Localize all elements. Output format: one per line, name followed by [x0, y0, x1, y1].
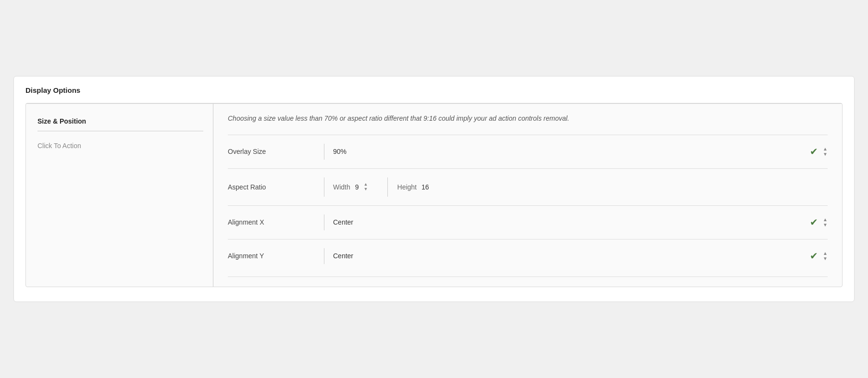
- bottom-divider: [228, 277, 828, 277]
- alignment-y-divider: [324, 248, 324, 264]
- card: Size & Position Click To Action Choosing…: [25, 103, 843, 287]
- aspect-width-group: Width 9 ▲ ▼: [333, 182, 378, 192]
- aspect-ratio-fields: Width 9 ▲ ▼ Height 16: [333, 177, 828, 197]
- aspect-height-value: 16: [422, 183, 429, 191]
- overlay-size-check-icon[interactable]: ✔: [810, 146, 818, 157]
- alignment-x-check-icon[interactable]: ✔: [810, 216, 818, 228]
- sidebar-section-title: Size & Position: [37, 117, 203, 131]
- warning-text: Choosing a size value less than 70% or a…: [228, 113, 660, 124]
- display-options-panel: Display Options Size & Position Click To…: [13, 76, 855, 302]
- aspect-height-label: Height: [397, 183, 417, 191]
- overlay-size-divider: [324, 144, 324, 160]
- alignment-x-divider: [324, 214, 324, 230]
- alignment-y-actions: ✔ ▲ ▼: [810, 250, 828, 262]
- overlay-size-row: Overlay Size 90% ✔ ▲ ▼: [228, 135, 828, 168]
- main-content: Choosing a size value less than 70% or a…: [213, 104, 842, 287]
- alignment-y-label: Alignment Y: [228, 252, 324, 260]
- aspect-ratio-label: Aspect Ratio: [228, 183, 324, 191]
- alignment-y-spinner[interactable]: ▲ ▼: [823, 251, 828, 261]
- overlay-size-spinner[interactable]: ▲ ▼: [823, 146, 828, 157]
- aspect-width-value: 9: [355, 183, 359, 191]
- overlay-size-actions: ✔ ▲ ▼: [810, 146, 828, 157]
- page-title: Display Options: [25, 86, 843, 94]
- overlay-size-label: Overlay Size: [228, 148, 324, 155]
- alignment-y-check-icon[interactable]: ✔: [810, 250, 818, 262]
- card-inner: Size & Position Click To Action Choosing…: [26, 103, 842, 287]
- alignment-x-spinner[interactable]: ▲ ▼: [823, 217, 828, 227]
- aspect-ratio-row: Aspect Ratio Width 9 ▲ ▼: [228, 168, 828, 205]
- aspect-width-label: Width: [333, 183, 350, 191]
- alignment-x-label: Alignment X: [228, 218, 324, 226]
- aspect-ratio-divider: [324, 177, 324, 197]
- alignment-x-value: Center: [333, 218, 810, 226]
- alignment-y-value: Center: [333, 252, 810, 260]
- aspect-height-group: Height 16: [397, 183, 439, 191]
- alignment-x-actions: ✔ ▲ ▼: [810, 216, 828, 228]
- alignment-x-row: Alignment X Center ✔ ▲ ▼: [228, 205, 828, 239]
- sidebar-item-click-to-action[interactable]: Click To Action: [37, 138, 203, 153]
- overlay-size-value: 90%: [333, 148, 810, 155]
- alignment-y-row: Alignment Y Center ✔ ▲ ▼: [228, 239, 828, 273]
- sidebar: Size & Position Click To Action: [26, 104, 213, 287]
- aspect-vdivider: [387, 177, 388, 197]
- aspect-width-spinner[interactable]: ▲ ▼: [364, 182, 368, 192]
